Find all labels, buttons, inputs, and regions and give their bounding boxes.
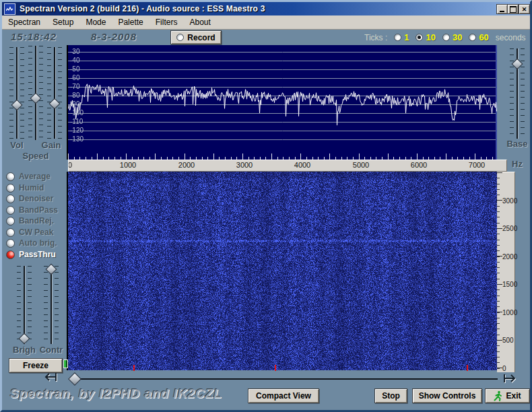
slider-ticks: [28, 266, 32, 344]
toggle-label: CW Peak: [19, 228, 53, 237]
toggle-auto-brig[interactable]: Auto brig.: [6, 238, 57, 248]
scale-tick-label: 1500: [502, 281, 517, 288]
toggle-bandpass[interactable]: BandPass: [6, 205, 58, 215]
scale-tick-label: 2000: [502, 253, 517, 261]
db-axis-label: -60: [70, 74, 79, 81]
toggle-label: Humid: [19, 183, 44, 193]
db-axis-label: -30: [70, 48, 79, 55]
brigh-slider[interactable]: [17, 266, 32, 344]
spectrum-plot: -20 -30 -40 -50 -60 -70 -80 -90 -100 -11…: [67, 45, 497, 160]
compact-view-button[interactable]: Compact View: [248, 388, 319, 403]
ticks-radio-1[interactable]: 1: [394, 32, 409, 42]
led-icon: [6, 184, 15, 193]
maximize-button[interactable]: [507, 4, 519, 14]
led-icon: [6, 228, 15, 237]
menu-item-about[interactable]: About: [183, 16, 216, 28]
scale-tick-label: 0: [502, 365, 506, 372]
base-slider[interactable]: [510, 48, 525, 139]
waterfall-canvas: [68, 172, 497, 370]
scale-tick-label: 2500: [502, 225, 517, 232]
led-icon: [6, 206, 15, 215]
toggle-humid[interactable]: Humid: [6, 182, 44, 193]
scale-tick-label: 1000: [502, 309, 517, 316]
db-axis-label: -70: [70, 83, 79, 90]
exit-label: Exit: [506, 391, 521, 401]
date-display: 8-3-2008: [91, 31, 137, 42]
hz-label: Hz: [504, 159, 530, 169]
exit-button[interactable]: Exit: [485, 388, 530, 403]
menu-item-mode[interactable]: Mode: [79, 16, 112, 28]
brand-text: Spectran, by I2PHD and IK2CZL: [10, 386, 222, 401]
db-axis-label: -80: [70, 92, 79, 99]
speed-slider[interactable]: [28, 46, 43, 140]
window-title: Spectran Version 2 (build 216) - Audio s…: [20, 4, 265, 13]
toggle-label: Denoiser: [19, 194, 53, 203]
running-man-icon: [494, 390, 502, 401]
ticks-radio-label: 10: [426, 32, 435, 42]
freq-tick-label: 1000: [120, 161, 136, 169]
contr-slider[interactable]: [44, 266, 59, 344]
radio-icon[interactable]: [415, 34, 423, 41]
vol-slider[interactable]: [9, 47, 24, 139]
slider-ticks: [20, 47, 24, 139]
slider-ticks: [44, 266, 48, 344]
toggle-passthru[interactable]: PassThru: [6, 249, 56, 260]
freq-tick-label: 3000: [236, 161, 253, 169]
waterfall-frequency-scale: 3000 2500 2000 1500 1000 500 0: [497, 172, 515, 372]
db-axis-label: -100: [70, 109, 84, 116]
maximize-icon: [510, 6, 517, 13]
slider-ticks: [58, 47, 62, 139]
stop-label: Stop: [382, 391, 400, 401]
scroll-left-arrow[interactable]: [42, 372, 59, 384]
ticks-radio-label: 30: [453, 32, 462, 42]
window-titlebar[interactable]: Spectran Version 2 (build 216) - Audio s…: [2, 2, 530, 15]
freq-tick-label: 6000: [411, 161, 427, 169]
close-button[interactable]: ✕: [519, 4, 530, 14]
red-marker: [275, 365, 276, 371]
toggle-denoiser[interactable]: Denoiser: [6, 193, 53, 204]
right-arrow-icon: [502, 373, 518, 385]
radio-icon[interactable]: [394, 34, 401, 41]
slider-ticks: [17, 266, 21, 344]
freq-tick-label: 5000: [353, 161, 369, 169]
stop-button[interactable]: Stop: [374, 388, 407, 403]
radio-icon[interactable]: [442, 34, 450, 41]
ticks-radio-60[interactable]: 60: [469, 32, 488, 42]
freeze-label: Freeze: [23, 361, 48, 370]
record-led-icon: [176, 34, 184, 41]
radio-icon[interactable]: [469, 34, 476, 41]
slider-track[interactable]: [16, 47, 18, 139]
toggle-label: BandPass: [19, 205, 58, 215]
minimize-button[interactable]: [496, 4, 508, 14]
scroll-right-arrow[interactable]: [502, 373, 518, 385]
slider-track[interactable]: [51, 266, 52, 344]
toggle-cw-peak[interactable]: CW Peak: [6, 227, 53, 238]
record-button[interactable]: Record: [170, 30, 222, 44]
show-controls-button[interactable]: Show Controls: [412, 388, 482, 403]
slider-track[interactable]: [54, 47, 55, 139]
toggle-average[interactable]: Average: [6, 171, 51, 182]
menu-item-setup[interactable]: Setup: [46, 16, 79, 28]
speed-label: Speed: [18, 151, 53, 161]
ticks-radio-label: 1: [404, 32, 409, 42]
db-axis-label: -40: [70, 57, 79, 64]
contr-label: Contr: [36, 345, 67, 355]
freeze-button[interactable]: Freeze: [9, 358, 63, 373]
menu-item-spectran[interactable]: Spectran: [2, 16, 46, 28]
ticks-radio-30[interactable]: 30: [442, 32, 462, 42]
toggle-bandrej[interactable]: BandRej.: [6, 215, 54, 226]
slider-ticks: [47, 47, 51, 139]
horizontal-scroll-slider[interactable]: [71, 374, 499, 384]
gain-label: Gain: [38, 140, 64, 150]
toggle-label: BandRej.: [19, 216, 54, 226]
menu-item-filters[interactable]: Filters: [149, 16, 184, 28]
gain-slider[interactable]: [47, 47, 62, 139]
led-icon: [6, 172, 15, 181]
waterfall-display: [67, 172, 497, 370]
slider-track[interactable]: [76, 378, 498, 380]
slider-thumb[interactable]: [68, 372, 81, 386]
menu-item-palette[interactable]: Palette: [112, 16, 149, 28]
app-icon: [4, 3, 15, 15]
db-axis-label: -130: [70, 135, 84, 143]
ticks-radio-10[interactable]: 10: [415, 32, 435, 42]
